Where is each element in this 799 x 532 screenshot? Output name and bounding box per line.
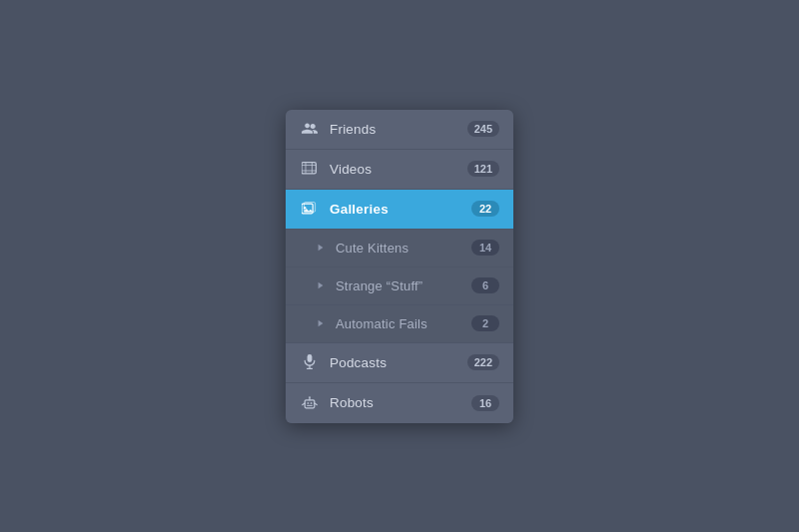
menu-item-galleries[interactable]: Galleries 22 <box>286 190 513 230</box>
menu-item-robots[interactable]: Robots 16 <box>286 383 513 423</box>
svg-rect-11 <box>305 399 315 407</box>
menu-item-strange-stuff[interactable]: Strange “Stuff” 6 <box>286 267 513 305</box>
svg-rect-13 <box>311 402 313 404</box>
menu-container: Friends 245 Videos 121 Galleries <box>286 110 513 423</box>
strange-stuff-label: Strange “Stuff” <box>336 278 471 293</box>
svg-point-16 <box>309 396 311 398</box>
cute-kittens-badge: 14 <box>471 240 499 256</box>
automatic-fails-label: Automatic Fails <box>336 316 471 331</box>
galleries-label: Galleries <box>330 202 471 217</box>
cute-kittens-label: Cute Kittens <box>336 241 471 256</box>
strange-stuff-badge: 6 <box>471 277 499 293</box>
sub-arrow-automatic-fails <box>314 316 328 330</box>
svg-point-7 <box>304 207 306 209</box>
podcasts-badge: 222 <box>467 354 499 370</box>
podcasts-icon <box>300 352 320 372</box>
galleries-icon <box>300 199 320 219</box>
menu-item-cute-kittens[interactable]: Cute Kittens 14 <box>286 230 513 267</box>
videos-icon <box>300 159 320 179</box>
sub-arrow-strange-stuff <box>314 278 328 292</box>
videos-badge: 121 <box>467 161 499 177</box>
friends-label: Friends <box>330 122 467 137</box>
sub-arrow-cute-kittens <box>314 241 328 255</box>
galleries-badge: 22 <box>471 201 499 217</box>
menu-item-automatic-fails[interactable]: Automatic Fails 2 <box>286 305 513 343</box>
friends-badge: 245 <box>467 121 499 137</box>
videos-label: Videos <box>330 162 467 177</box>
menu-item-podcasts[interactable]: Podcasts 222 <box>286 343 513 383</box>
svg-rect-0 <box>302 163 316 174</box>
menu-item-videos[interactable]: Videos 121 <box>286 150 513 190</box>
menu-item-friends[interactable]: Friends 245 <box>286 110 513 150</box>
robots-label: Robots <box>330 395 471 410</box>
friends-icon <box>300 119 320 139</box>
svg-rect-8 <box>308 354 313 362</box>
svg-rect-12 <box>308 402 310 404</box>
automatic-fails-badge: 2 <box>471 315 499 331</box>
robots-icon <box>300 393 320 413</box>
robots-badge: 16 <box>471 395 499 411</box>
podcasts-label: Podcasts <box>330 355 467 370</box>
